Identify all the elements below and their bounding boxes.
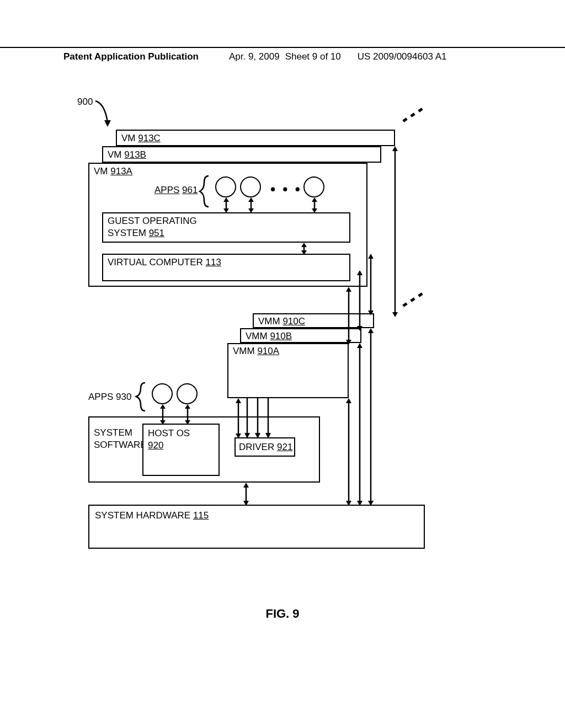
vmm-c-num: 910C [282,316,305,326]
svg-marker-21 [368,311,374,315]
ellipsis-icon [403,292,425,314]
svg-marker-3 [223,208,229,213]
bidir-arrow-icon [184,404,191,425]
down-arrow-icon [265,398,271,438]
bidir-arrow-icon [248,197,254,213]
svg-marker-41 [346,398,351,403]
svg-marker-17 [357,270,363,275]
svg-marker-8 [312,197,317,202]
page-header: Patent Application Publication Apr. 9, 2… [0,47,565,62]
svg-marker-51 [243,501,249,506]
ref-arrow-icon [91,99,113,130]
bidir-arrow-icon [235,398,242,438]
vm-a-label: VM [94,166,108,176]
vm-b-label: VM [108,149,122,160]
vmm-c-label: VMM [258,316,280,326]
virtual-computer-box: VIRTUAL COMPUTER 113 [102,254,350,281]
bidir-arrow-icon [367,328,374,506]
app-circle-icon [240,176,261,197]
apps-961-label: APPS [154,185,179,195]
svg-marker-26 [160,404,166,409]
figure-label: FIG. 9 [0,607,565,621]
brace-icon [199,175,211,208]
apps-930-num: 930 [116,392,131,402]
bidir-arrow-icon [367,254,374,315]
driver-num: 921 [277,442,292,452]
app-circle-icon [152,383,173,404]
hardware-num: 115 [193,510,209,521]
system-hardware-box: SYSTEM HARDWARE 115 [88,505,425,549]
svg-marker-9 [312,208,317,213]
apps-930-label-group: APPS 930 [88,392,131,403]
driver-label: DRIVER [239,442,274,452]
diagram-canvas: 900 VM 913C VM 913B VM 913A APPS 961 [83,94,436,596]
apps-930-label: APPS [88,392,113,402]
app-circle-icon [215,176,236,197]
svg-marker-20 [368,254,374,259]
host-os-label: HOST OS [148,428,190,439]
bidir-arrow-icon [356,343,363,506]
svg-marker-15 [346,340,351,345]
svg-marker-14 [346,287,351,292]
bidir-arrow-icon [345,287,352,345]
vmm-910c-box: VMM 910C [253,313,374,328]
down-arrow-icon [254,398,261,438]
ellipsis-icon: • • • [270,181,302,198]
system-software-l1: SYSTEM [94,427,132,438]
bidir-arrow-icon [223,197,230,213]
vmm-910a-box: VMM 910A [227,343,349,398]
app-circle-icon [177,383,198,404]
svg-marker-36 [265,433,271,438]
svg-marker-18 [357,326,363,331]
vm-c-label: VM [121,133,136,143]
guest-os-box: GUEST OPERATING SYSTEM 951 [102,212,350,243]
hardware-label: SYSTEM HARDWARE [95,510,190,521]
svg-marker-32 [244,433,250,438]
app-circle-icon [303,176,324,197]
bidir-arrow-icon [311,197,318,213]
vmm-b-label: VMM [246,331,268,341]
svg-marker-2 [223,197,229,202]
publication-date: Apr. 9, 2009 [229,51,280,62]
bidir-arrow-icon [356,270,363,331]
svg-marker-11 [301,243,307,247]
svg-marker-50 [243,483,249,488]
vmm-910b-box: VMM 910B [240,328,361,343]
driver-box: DRIVER 921 [234,437,295,457]
bidir-arrow-icon [159,404,166,425]
patent-number: US 2009/0094603 A1 [358,51,447,62]
svg-marker-0 [104,120,111,127]
svg-marker-27 [160,420,166,425]
bidir-arrow-icon [243,483,249,506]
svg-marker-12 [301,250,307,255]
system-software-l2: SOFTWARE [94,440,147,451]
publication-label: Patent Application Publication [63,51,199,62]
vm-913c-box: VM 913C [116,130,395,146]
svg-marker-44 [357,343,363,348]
apps-961-num: 961 [182,185,198,195]
virtual-computer-label: VIRTUAL COMPUTER [108,257,203,267]
vmm-a-label: VMM [233,346,255,356]
svg-marker-30 [185,420,190,425]
guest-os-line2: SYSTEM [108,228,146,238]
vm-a-num: 913A [110,166,132,176]
svg-marker-47 [368,328,374,333]
apps-961-label-group: APPS 961 [154,185,198,196]
vm-913b-box: VM 913B [102,146,381,163]
bidir-arrow-icon [301,243,307,255]
brace-icon [135,382,147,412]
svg-marker-42 [346,501,351,506]
svg-marker-45 [357,501,363,506]
bidir-arrow-icon [392,146,398,317]
guest-os-num: 951 [149,228,164,238]
sheet-number: Sheet 9 of 10 [285,51,341,62]
vmm-b-num: 910B [270,331,292,341]
svg-marker-6 [248,208,254,213]
svg-marker-34 [255,433,260,438]
svg-marker-5 [248,197,254,202]
svg-marker-29 [185,404,190,409]
svg-marker-23 [392,146,398,151]
vm-b-num: 913B [124,149,146,160]
host-os-box: HOST OS 920 [142,424,220,476]
svg-marker-48 [368,501,374,506]
